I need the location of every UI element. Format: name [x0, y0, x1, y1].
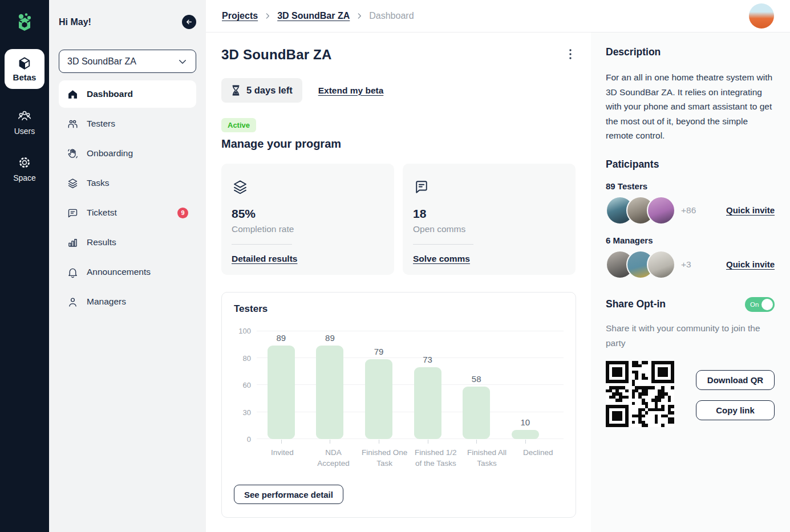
open-comms-label: Open comms: [413, 224, 565, 234]
sidebar-item-tasks[interactable]: Tasks: [59, 169, 196, 197]
divider: [232, 244, 292, 245]
collapse-sidebar-button[interactable]: [182, 15, 196, 29]
cube-icon: [17, 56, 32, 71]
participants-title: Paticipants: [606, 159, 775, 170]
quick-invite-managers-link[interactable]: Quick invite: [726, 259, 775, 269]
bar: [365, 359, 392, 439]
sidebar-item-label: Results: [87, 237, 116, 247]
top-header: Projects 3D SoundBar ZA Dashboard: [206, 0, 790, 33]
share-opt-in-toggle[interactable]: On: [745, 297, 775, 312]
y-tick-label: 60: [243, 381, 251, 389]
rail-item-users[interactable]: Users: [14, 108, 35, 136]
managers-group-title: 6 Managers: [606, 235, 775, 245]
x-tick-mark: [476, 440, 477, 444]
solve-comms-link[interactable]: Solve comms: [413, 254, 470, 264]
sidebar-item-label: Managers: [87, 297, 126, 307]
rail-item-space[interactable]: Space: [13, 155, 36, 182]
open-comms-card: 18 Open comms Solve comms: [403, 164, 576, 275]
betas-app-logo-icon: [11, 10, 38, 36]
sidebar-item-label: Onboarding: [87, 148, 133, 159]
testers-chart-card: Testers 0306080100 898979735810 InvitedN…: [221, 292, 576, 518]
comment-icon: [413, 178, 430, 196]
sidebar-item-announcements[interactable]: Announcements: [59, 258, 196, 286]
copy-link-button[interactable]: Copy link: [696, 400, 775, 420]
gear-icon: [17, 155, 32, 170]
bar-column: 79: [354, 331, 403, 439]
bar-column: 89: [257, 331, 306, 439]
toggle-on-label: On: [750, 301, 759, 308]
quick-invite-testers-link[interactable]: Quick invite: [726, 205, 775, 215]
completion-rate-value: 85%: [232, 207, 384, 221]
description-title: Description: [606, 46, 775, 58]
bar: [316, 346, 343, 439]
days-left-text: 5 days left: [246, 85, 293, 96]
y-tick-label: 100: [238, 327, 251, 335]
main-content: 3D SoundBar ZA: [206, 33, 591, 532]
sidebar-item-onboarding[interactable]: Onboarding: [59, 140, 196, 167]
breadcrumb-projects[interactable]: Projects: [222, 11, 258, 21]
rail-item-betas[interactable]: Betas: [5, 49, 44, 89]
users-icon: [17, 108, 32, 123]
sidebar-item-managers[interactable]: Managers: [59, 288, 196, 315]
project-sidebar: Hi May! 3D SoundBar ZA Dashboard: [49, 0, 206, 532]
hourglass-icon: [231, 85, 241, 96]
x-category-label: NDA Accepted: [308, 447, 359, 469]
bar-value-label: 73: [423, 355, 432, 364]
extend-beta-link[interactable]: Extend my beta: [318, 86, 384, 96]
managers-avatar-row: +3 Quick invite: [606, 250, 775, 279]
download-qr-button[interactable]: Download QR: [696, 370, 775, 390]
sidebar-item-ticketst[interactable]: Ticketst 9: [59, 199, 196, 226]
x-tick-mark: [281, 440, 282, 444]
layers-icon: [67, 177, 79, 189]
chart-y-axis: 0306080100: [234, 331, 257, 439]
managers-extra-count: +3: [681, 259, 691, 270]
breadcrumb-project-name[interactable]: 3D SoundBar ZA: [277, 11, 350, 21]
chart-plot: 898979735810: [257, 331, 564, 439]
toggle-knob: [761, 299, 773, 310]
tester-avatar: [647, 196, 675, 225]
bar: [512, 430, 539, 439]
arrow-left-icon: [185, 18, 193, 26]
completion-rate-card: 85% Completion rate Detailed results: [221, 164, 394, 275]
chevron-right-icon: [355, 12, 363, 20]
detailed-results-link[interactable]: Detailed results: [232, 254, 297, 264]
sidebar-item-label: Announcements: [87, 267, 151, 277]
sidebar-nav: Dashboard Testers: [59, 80, 196, 315]
bar-value-label: 10: [520, 417, 530, 427]
wave-hand-icon: [67, 148, 79, 160]
testers-avatar-row: +86 Quick invite: [606, 196, 775, 225]
chart-x-axis: InvitedNDA AcceptedFinished One TaskFini…: [257, 447, 564, 469]
sidebar-item-label: Dashboard: [87, 89, 133, 99]
bar-value-label: 89: [325, 333, 335, 343]
bar-chart-icon: [67, 237, 79, 249]
kebab-menu-icon[interactable]: [565, 47, 576, 62]
x-tick-mark: [428, 440, 428, 444]
share-opt-in-title: Share Opt-in: [606, 298, 666, 310]
user-avatar[interactable]: [749, 3, 774, 29]
x-category-label: Finished 1/2 of the Tasks: [410, 447, 461, 469]
breadcrumb: Projects 3D SoundBar ZA Dashboard: [222, 11, 414, 21]
details-panel: Description For an all in one home theat…: [591, 33, 790, 532]
app-rail: Betas Users Space: [0, 0, 49, 532]
chart-title: Testers: [234, 303, 564, 315]
greeting-text: Hi May!: [59, 17, 91, 27]
sidebar-item-dashboard[interactable]: Dashboard: [59, 80, 196, 108]
bar: [463, 387, 490, 439]
y-tick-label: 0: [247, 435, 251, 444]
rail-item-label: Users: [14, 127, 35, 136]
home-icon: [67, 88, 79, 100]
see-performance-detail-button[interactable]: See performace detail: [234, 485, 343, 504]
x-category-label: Declined: [512, 447, 564, 469]
x-category-label: Invited: [257, 447, 308, 469]
chat-icon: [67, 207, 79, 219]
bars-group: 898979735810: [257, 331, 550, 439]
sidebar-item-testers[interactable]: Testers: [59, 110, 196, 137]
manager-avatar: [647, 250, 675, 279]
person-icon: [67, 296, 79, 308]
section-title: Manage your program: [221, 137, 576, 151]
sidebar-item-results[interactable]: Results: [59, 229, 196, 256]
bar-value-label: 79: [374, 347, 384, 356]
bar-column: 10: [501, 331, 550, 439]
project-select[interactable]: 3D SoundBar ZA: [59, 50, 196, 73]
bar: [268, 346, 295, 439]
